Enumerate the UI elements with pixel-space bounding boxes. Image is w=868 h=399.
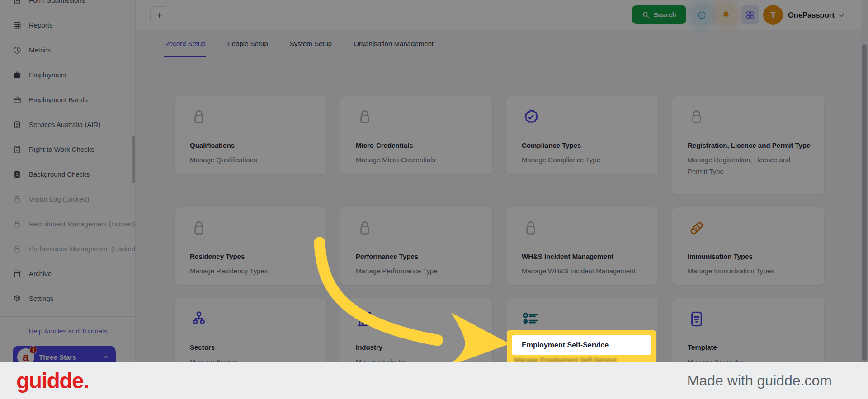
template-doc-icon — [688, 310, 706, 328]
card-title: Performance Types — [356, 252, 479, 262]
info-icon — [697, 10, 707, 20]
guidde-logo: guidde. — [16, 368, 89, 393]
lock-icon — [356, 108, 374, 126]
scrollbar-thumb[interactable] — [862, 44, 867, 361]
card-title: WH&S Incident Management — [522, 252, 645, 262]
bell-icon — [722, 10, 731, 19]
tab-people-setup[interactable]: People Setup — [227, 40, 268, 57]
document-icon — [13, 120, 22, 129]
sidebar-item-reports[interactable]: Reports — [0, 13, 136, 38]
sidebar-item-performance-management[interactable]: Performance Management (Locked) — [0, 236, 136, 261]
sidebar-item-visitor-log[interactable]: Visitor Log (Locked) — [0, 187, 136, 211]
lock-icon — [522, 219, 540, 237]
sidebar-scrollbar-thumb[interactable] — [132, 136, 135, 183]
card-title: Residency Types — [190, 252, 313, 262]
setup-tabs: Record Setup People Setup System Setup O… — [164, 40, 434, 57]
card-subtitle: Manage Performance Type — [356, 265, 479, 277]
sidebar-item-employment[interactable]: Employment — [0, 62, 136, 87]
search-button-label: Search — [654, 11, 676, 19]
lock-icon — [688, 108, 706, 126]
building-icon — [356, 310, 374, 328]
search-icon — [642, 11, 650, 19]
notifications-button[interactable] — [717, 5, 736, 24]
lock-icon — [356, 219, 374, 237]
card-micro-credentials[interactable]: Micro-Credentials Manage Micro-Credentia… — [340, 96, 493, 175]
search-button[interactable]: Search — [632, 5, 686, 24]
plan-button-label: Three Stars — [39, 353, 98, 361]
archive-icon — [13, 269, 22, 278]
card-subtitle: Manage Qualifications — [190, 154, 313, 166]
card-title: Qualifications — [190, 141, 313, 150]
sidebar-item-background-checks[interactable]: Background Checks — [0, 162, 136, 187]
card-title: Sectors — [190, 343, 313, 352]
sidebar-item-metrics[interactable]: Metrics — [0, 38, 136, 62]
bandaid-icon — [688, 219, 706, 237]
sidebar-item-employment-bands[interactable]: Employment Bands — [0, 87, 136, 112]
card-subtitle: Manage Compliance Type — [522, 154, 645, 166]
card-title: Compliance Types — [522, 141, 645, 150]
guidde-credit: Made with guidde.com — [687, 372, 832, 389]
lock-icon — [13, 195, 22, 204]
tab-record-setup[interactable]: Record Setup — [164, 40, 206, 57]
add-tab-button[interactable]: + — [150, 6, 169, 24]
card-immunisation-types[interactable]: Immunisation Types Manage Immunisation T… — [672, 207, 825, 285]
card-residency-types[interactable]: Residency Types Manage Residency Types — [174, 207, 327, 285]
card-title: Immunisation Types — [688, 252, 811, 262]
card-whs-incident-management[interactable]: WH&S Incident Management Manage WH&S Inc… — [506, 207, 659, 285]
card-subtitle: Manage Micro-Credentials — [356, 154, 479, 166]
card-subtitle: Manage Immunisation Types — [688, 265, 811, 277]
badge-check-icon — [522, 108, 540, 126]
account-menu[interactable]: OnePassport — [788, 11, 835, 19]
pie-chart-icon — [13, 46, 22, 55]
guidde-logo-icon: a 1 — [17, 348, 34, 362]
info-button[interactable] — [692, 5, 711, 24]
card-subtitle: Manage Registration, Licence and Permit … — [688, 154, 811, 178]
highlight-box: Employment Self-Service Manage Employmen… — [507, 330, 656, 364]
avatar[interactable]: T — [763, 5, 783, 25]
chevron-down-icon[interactable] — [838, 12, 845, 21]
lock-icon — [190, 108, 208, 126]
card-performance-types[interactable]: Performance Types Manage Performance Typ… — [340, 207, 493, 285]
card-subtitle: Manage WH&S Incident Management — [522, 265, 645, 277]
notification-badge: 1 — [29, 346, 37, 354]
grid-icon — [745, 10, 755, 19]
card-title: Industry — [356, 343, 479, 352]
sidebar-item-archive[interactable]: Archive — [0, 261, 136, 286]
sidebar-item-right-to-work[interactable]: Right to Work Checks — [0, 137, 136, 162]
sidebar-nav: Form Submissions Reports Metrics Employm… — [0, 0, 136, 311]
plan-upgrade-button[interactable]: a 1 Three Stars — [13, 346, 116, 362]
app-window: + Search T OnePassport Record Setup Peop… — [0, 0, 868, 399]
briefcase-icon — [13, 95, 22, 104]
sidebar-item-recruitment-management[interactable]: Recruitment Management (Locked) — [0, 211, 136, 236]
lock-icon — [13, 220, 22, 229]
sidebar: Form Submissions Reports Metrics Employm… — [0, 0, 136, 362]
sidebar-item-form-submissions[interactable]: Form Submissions — [0, 0, 136, 13]
card-title: Micro-Credentials — [356, 141, 479, 150]
list-icon — [522, 310, 540, 328]
card-title: Registration, Licence and Permit Type — [688, 141, 811, 150]
tab-organisation-management[interactable]: Organisation Management — [354, 40, 434, 57]
card-title: Template — [688, 343, 811, 352]
sidebar-item-settings[interactable]: Settings — [0, 286, 136, 311]
guidde-footer: guidde. Made with guidde.com — [0, 362, 868, 399]
gear-icon — [13, 294, 22, 303]
form-icon — [13, 0, 22, 5]
hierarchy-icon — [190, 310, 208, 328]
report-icon — [13, 21, 22, 30]
briefcase-filled-icon — [13, 70, 22, 80]
card-registration-licence-permit[interactable]: Registration, Licence and Permit Type Ma… — [672, 96, 825, 194]
clipboard-check-icon — [13, 145, 22, 154]
apps-grid-button[interactable] — [741, 5, 760, 24]
lock-icon — [190, 219, 208, 237]
lock-icon — [13, 244, 22, 253]
id-badge-icon — [13, 170, 22, 179]
sidebar-item-services-australia[interactable]: Services Australia (AIR) — [0, 112, 136, 137]
chevron-up-icon — [103, 354, 109, 361]
highlighted-employment-self-service[interactable]: Employment Self-Service — [512, 335, 651, 355]
tab-system-setup[interactable]: System Setup — [290, 40, 332, 57]
card-qualifications[interactable]: Qualifications Manage Qualifications — [174, 96, 327, 175]
help-articles-link[interactable]: Help Articles and Tutorials — [0, 327, 136, 335]
sidebar-divider — [0, 316, 136, 317]
card-subtitle: Manage Residency Types — [190, 265, 313, 277]
card-compliance-types[interactable]: Compliance Types Manage Compliance Type — [506, 96, 659, 175]
